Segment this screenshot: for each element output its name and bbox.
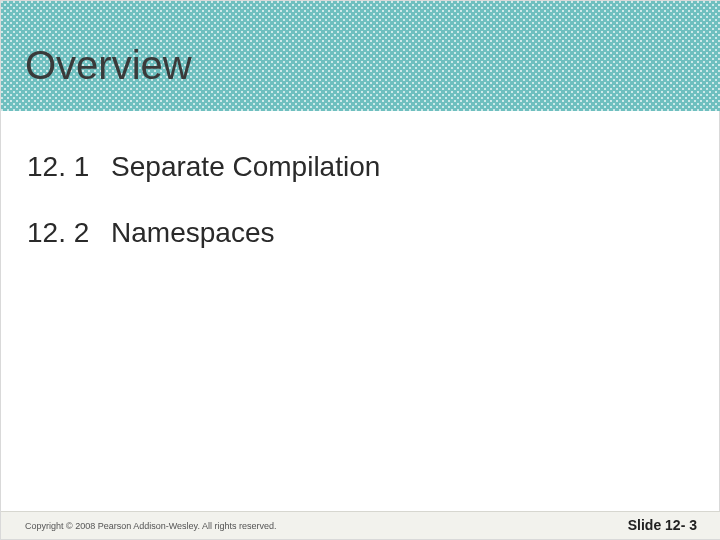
title-band: Overview (1, 1, 720, 111)
content-list: 12. 1 Separate Compilation 12. 2 Namespa… (27, 151, 687, 283)
copyright-text: Copyright © 2008 Pearson Addison-Wesley.… (25, 521, 276, 531)
slide-number: Slide 12- 3 (628, 517, 697, 533)
list-item: 12. 2 Namespaces (27, 217, 687, 249)
list-item: 12. 1 Separate Compilation (27, 151, 687, 183)
item-number: 12. 1 (27, 151, 89, 183)
footer-bar: Copyright © 2008 Pearson Addison-Wesley.… (1, 511, 720, 539)
item-text: Namespaces (111, 217, 274, 249)
item-number: 12. 2 (27, 217, 89, 249)
slide-title: Overview (25, 43, 192, 88)
slide: Overview 12. 1 Separate Compilation 12. … (0, 0, 720, 540)
item-text: Separate Compilation (111, 151, 380, 183)
